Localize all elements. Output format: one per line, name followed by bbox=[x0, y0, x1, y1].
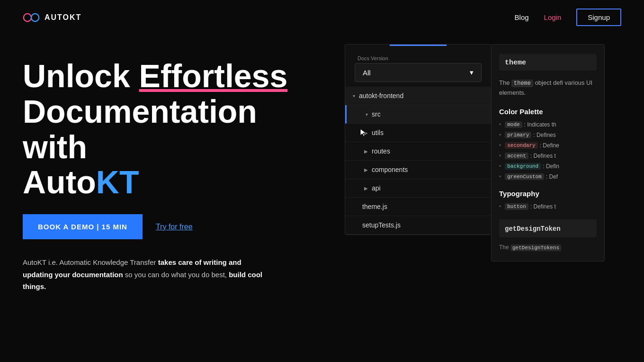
code-background: background bbox=[505, 163, 541, 170]
hero-heading-auto: Auto bbox=[23, 164, 96, 200]
green-custom-text: : Def bbox=[546, 173, 558, 180]
nav-blog-link[interactable]: Blog bbox=[515, 13, 529, 21]
nav-login-link[interactable]: Login bbox=[544, 13, 562, 21]
arrow-icon-routes: ▶ bbox=[364, 149, 368, 154]
tree-item-src-label: src bbox=[372, 110, 381, 118]
primary-text: : Defines bbox=[533, 132, 555, 138]
hero-heading-kt: KT bbox=[96, 164, 139, 200]
free-trial-button[interactable]: Try for free bbox=[156, 223, 193, 231]
hero-heading-effortless: Effortless bbox=[139, 58, 288, 94]
arrow-icon-components: ▶ bbox=[364, 167, 368, 172]
doc-theme-code-block: theme bbox=[499, 54, 597, 71]
chevron-down-icon: ▾ bbox=[470, 68, 474, 77]
logo[interactable]: AUTOKT bbox=[23, 13, 81, 22]
ui-preview: Docs Version All ▾ ▾ autokt-frontend ▾ s… bbox=[345, 44, 621, 262]
tree-item-components-label: components bbox=[372, 166, 408, 173]
logo-text: AUTOKT bbox=[45, 13, 81, 22]
navbar: AUTOKT Blog Login Signup bbox=[0, 0, 644, 35]
tree-item-theme-js[interactable]: theme.js bbox=[345, 198, 491, 216]
button-text: : Defines t bbox=[530, 203, 556, 210]
footer-desc-before: The bbox=[499, 244, 510, 251]
arrow-icon-utils: ▶ bbox=[364, 130, 368, 136]
tree-item-routes-label: routes bbox=[372, 147, 390, 155]
hero-desc-normal2: so you can do what you do best, bbox=[123, 271, 229, 279]
tree-item-theme-js-label: theme.js bbox=[362, 203, 387, 210]
demo-button[interactable]: BOOK A DEMO | 15 MIN bbox=[23, 214, 143, 239]
arrow-icon-src: ▾ bbox=[366, 112, 368, 117]
hero-description: AutoKT i.e. Automatic Knowledge Transfer… bbox=[23, 256, 269, 293]
file-tree: ▾ autokt-frontend ▾ src ▶ utils ▶ routes bbox=[345, 87, 491, 235]
color-palette-title: Color Palette bbox=[499, 108, 597, 116]
docs-version-select[interactable]: All ▾ bbox=[355, 63, 482, 82]
code-green-custom: greenCustom bbox=[505, 173, 544, 180]
hero-heading-docs: Documentation with bbox=[23, 93, 257, 165]
tree-item-api[interactable]: ▶ api bbox=[345, 179, 491, 198]
nav-links: Blog Login Signup bbox=[515, 9, 621, 26]
hero-heading: Unlock Effortless Documentation with Aut… bbox=[23, 58, 316, 200]
tree-item-api-label: api bbox=[372, 184, 381, 192]
tree-item-components[interactable]: ▶ components bbox=[345, 161, 491, 179]
list-item-secondary: secondary : Define bbox=[499, 142, 597, 149]
main-content: Unlock Effortless Documentation with Aut… bbox=[0, 35, 644, 293]
doc-theme-inline-code: theme bbox=[511, 80, 533, 87]
background-text: : Defin bbox=[543, 163, 559, 170]
arrow-icon-api: ▶ bbox=[364, 186, 368, 191]
doc-footer-description: The getDesignTokens bbox=[499, 243, 597, 252]
hero-heading-unlock: Unlock bbox=[23, 58, 139, 94]
list-item-accent: accent : Defines t bbox=[499, 153, 597, 159]
logo-icon bbox=[23, 13, 40, 22]
code-button: button bbox=[505, 203, 528, 210]
code-mode: mode bbox=[505, 121, 522, 128]
tree-item-autokt-frontend[interactable]: ▾ autokt-frontend bbox=[345, 87, 491, 105]
doc-theme-description: The theme object defi various UI element… bbox=[499, 78, 597, 98]
code-secondary: secondary bbox=[505, 142, 537, 149]
tree-item-utils[interactable]: ▶ utils bbox=[345, 124, 491, 142]
doc-desc-before: The bbox=[499, 79, 511, 86]
docs-version-value: All bbox=[363, 69, 371, 77]
hero-desc-normal1: AutoKT i.e. Automatic Knowledge Transfer bbox=[23, 258, 158, 266]
secondary-text: : Define bbox=[540, 142, 559, 149]
code-primary: primary bbox=[505, 132, 531, 138]
hero-section: Unlock Effortless Documentation with Aut… bbox=[23, 49, 316, 293]
doc-theme-code: theme bbox=[505, 59, 526, 67]
file-tree-panel: Docs Version All ▾ ▾ autokt-frontend ▾ s… bbox=[345, 44, 492, 235]
tree-item-setuptests-js[interactable]: setupTests.js bbox=[345, 216, 491, 235]
tree-item-src[interactable]: ▾ src bbox=[345, 105, 491, 124]
docs-version-label: Docs Version bbox=[350, 50, 486, 63]
list-item-mode: mode : Indicates th bbox=[499, 121, 597, 128]
tree-item-setuptests-js-label: setupTests.js bbox=[362, 221, 401, 229]
tree-item-utils-label: utils bbox=[372, 129, 384, 136]
typography-list: button : Defines t bbox=[499, 203, 597, 210]
list-item-primary: primary : Defines bbox=[499, 132, 597, 138]
footer-inline-code: getDesignTokens bbox=[510, 244, 561, 251]
list-item-button: button : Defines t bbox=[499, 203, 597, 210]
mode-text: : Indicates th bbox=[524, 121, 556, 128]
list-item-green-custom: greenCustom : Def bbox=[499, 173, 597, 180]
nav-signup-button[interactable]: Signup bbox=[576, 9, 621, 26]
tree-item-routes[interactable]: ▶ routes bbox=[345, 142, 491, 161]
color-palette-list: mode : Indicates th primary : Defines se… bbox=[499, 121, 597, 180]
tree-item-label: autokt-frontend bbox=[359, 92, 403, 100]
code-accent: accent bbox=[505, 153, 528, 159]
list-item-background: background : Defin bbox=[499, 163, 597, 170]
doc-function-code: getDesignToken bbox=[505, 225, 561, 233]
hero-buttons: BOOK A DEMO | 15 MIN Try for free bbox=[23, 214, 316, 239]
typography-title: Typography bbox=[499, 190, 597, 198]
accent-text: : Defines t bbox=[530, 153, 556, 159]
doc-panel: theme The theme object defi various UI e… bbox=[491, 44, 605, 262]
doc-function-block: getDesignToken bbox=[499, 219, 597, 237]
arrow-icon: ▾ bbox=[353, 93, 355, 99]
